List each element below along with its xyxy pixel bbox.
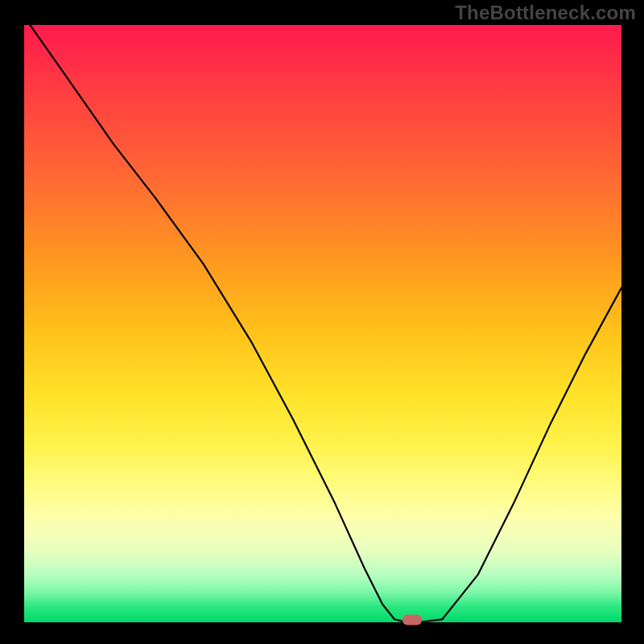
optimal-marker xyxy=(402,615,422,625)
watermark-text: TheBottleneck.com xyxy=(455,2,636,24)
curve-svg xyxy=(24,25,621,622)
bottleneck-curve xyxy=(30,25,621,622)
plot-area xyxy=(24,25,621,622)
chart-frame: TheBottleneck.com xyxy=(0,0,644,644)
